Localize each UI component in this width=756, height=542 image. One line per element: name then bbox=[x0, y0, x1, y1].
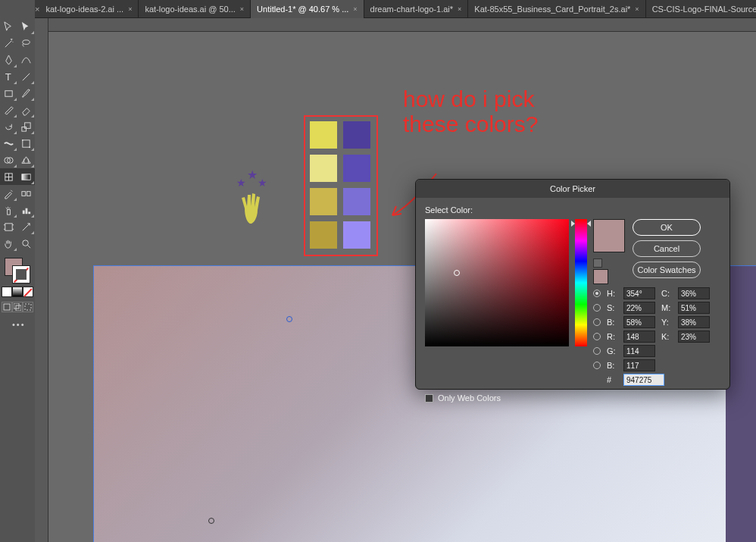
type-tool[interactable]: T bbox=[0, 68, 17, 85]
rotate-tool[interactable] bbox=[0, 118, 17, 135]
draw-behind[interactable] bbox=[12, 302, 23, 312]
close-icon[interactable]: × bbox=[458, 5, 461, 13]
document-tab-active[interactable]: Untitled-1* @ 40.67 % ...× bbox=[251, 0, 364, 18]
sv-cursor[interactable] bbox=[454, 270, 460, 276]
input-bblue[interactable] bbox=[623, 359, 655, 371]
shape-builder-tool[interactable] bbox=[0, 152, 17, 168]
input-r[interactable] bbox=[623, 331, 655, 343]
eyedropper-tool[interactable] bbox=[0, 185, 17, 202]
radio-r[interactable] bbox=[593, 333, 601, 340]
color-picker-dialog: Color Picker Select Color: bbox=[415, 179, 730, 390]
dialog-titlebar[interactable]: Color Picker bbox=[416, 180, 729, 198]
direct-selection-tool[interactable] bbox=[17, 18, 35, 35]
color-mode-solid[interactable] bbox=[2, 287, 12, 297]
svg-line-21 bbox=[27, 245, 30, 248]
lasso-tool[interactable] bbox=[17, 35, 35, 52]
input-g[interactable] bbox=[623, 345, 655, 357]
input-y[interactable] bbox=[678, 316, 710, 328]
hsb-rgb-inputs: H: S: B: R: G: B: # bbox=[593, 287, 657, 386]
only-web-colors-label: Only Web Colors bbox=[438, 393, 501, 403]
gradient-rectangle-right bbox=[726, 266, 756, 542]
fill-stroke-indicator[interactable] bbox=[5, 258, 30, 284]
close-icon[interactable]: × bbox=[353, 5, 357, 13]
radio-g[interactable] bbox=[593, 347, 601, 355]
svg-rect-12 bbox=[22, 174, 30, 180]
gradient-stop[interactable] bbox=[208, 518, 214, 524]
svg-rect-14 bbox=[27, 191, 30, 196]
artboard-tool[interactable] bbox=[0, 218, 17, 235]
input-c[interactable] bbox=[678, 287, 710, 299]
cancel-button[interactable]: Cancel bbox=[633, 240, 701, 257]
slice-tool[interactable] bbox=[17, 218, 35, 235]
free-transform-tool[interactable] bbox=[17, 135, 35, 152]
input-hex[interactable] bbox=[623, 374, 664, 386]
svg-rect-16 bbox=[23, 210, 25, 214]
document-tab[interactable]: CS-CIS-Logo-FINAL-Source-File [Converted… bbox=[646, 0, 756, 18]
document-tab[interactable]: dream-chart-logo-1.ai*× bbox=[364, 0, 469, 18]
input-k[interactable] bbox=[678, 331, 710, 343]
color-mode-gradient[interactable] bbox=[12, 287, 23, 297]
close-icon[interactable]: × bbox=[240, 5, 244, 13]
svg-rect-22 bbox=[4, 304, 10, 310]
only-web-colors-checkbox[interactable] bbox=[425, 394, 433, 403]
stroke-color-box[interactable] bbox=[12, 265, 30, 284]
hand-tool[interactable] bbox=[0, 235, 17, 252]
scale-tool[interactable] bbox=[17, 118, 35, 135]
pen-tool[interactable] bbox=[0, 52, 17, 68]
hue-slider[interactable] bbox=[575, 219, 587, 346]
paintbrush-tool[interactable] bbox=[17, 85, 35, 102]
saturation-value-field[interactable] bbox=[425, 219, 569, 346]
column-graph-tool[interactable] bbox=[17, 202, 35, 218]
shaper-tool[interactable] bbox=[0, 102, 17, 118]
perspective-grid-tool[interactable] bbox=[17, 152, 35, 168]
input-h[interactable] bbox=[623, 287, 655, 299]
ruler-vertical bbox=[35, 18, 48, 542]
line-segment-tool[interactable] bbox=[17, 68, 35, 85]
close-icon[interactable]: × bbox=[128, 5, 132, 13]
rectangle-tool[interactable] bbox=[0, 85, 17, 102]
selection-tool[interactable] bbox=[0, 18, 17, 35]
close-icon[interactable]: × bbox=[635, 5, 639, 13]
radio-bblue[interactable] bbox=[593, 362, 601, 369]
swatch bbox=[343, 155, 370, 182]
swatch bbox=[343, 188, 370, 215]
curvature-tool[interactable] bbox=[17, 52, 35, 68]
gradient-tool[interactable] bbox=[17, 168, 35, 185]
input-m[interactable] bbox=[678, 302, 710, 314]
input-s[interactable] bbox=[623, 302, 655, 314]
radio-s[interactable] bbox=[593, 304, 601, 312]
document-tab-bar: × kat-logo-ideas-2.ai ...× kat-logo-idea… bbox=[35, 0, 756, 18]
svg-point-7 bbox=[22, 139, 23, 140]
eraser-tool[interactable] bbox=[17, 102, 35, 118]
svg-rect-17 bbox=[26, 208, 28, 214]
symbol-sprayer-tool[interactable] bbox=[0, 202, 17, 218]
gradient-stop[interactable] bbox=[286, 316, 292, 322]
color-swatches-button[interactable]: Color Swatches bbox=[633, 262, 701, 278]
mesh-tool[interactable] bbox=[0, 168, 17, 185]
color-preview-current[interactable] bbox=[593, 269, 608, 284]
draw-normal[interactable] bbox=[2, 302, 12, 312]
svg-text:T: T bbox=[5, 71, 11, 83]
document-tab[interactable]: kat-logo-ideas.ai @ 50...× bbox=[139, 0, 251, 18]
radio-h[interactable] bbox=[593, 290, 601, 297]
magic-wand-tool[interactable] bbox=[0, 35, 17, 52]
document-tab[interactable]: kat-logo-ideas-2.ai ...× bbox=[39, 0, 139, 18]
input-bval[interactable] bbox=[623, 316, 655, 328]
radio-b[interactable] bbox=[593, 318, 601, 326]
draw-inside[interactable] bbox=[23, 302, 33, 312]
edit-toolbar-icon[interactable]: ••• bbox=[12, 320, 35, 329]
out-of-gamut-icon[interactable] bbox=[593, 258, 602, 268]
svg-point-20 bbox=[23, 240, 29, 246]
width-tool[interactable] bbox=[0, 135, 17, 152]
svg-rect-3 bbox=[5, 90, 12, 96]
color-mode-none[interactable] bbox=[23, 287, 33, 297]
hand-icon bbox=[237, 186, 267, 231]
toolbar: T ••• bbox=[0, 18, 35, 542]
blend-tool[interactable] bbox=[17, 185, 35, 202]
swatch bbox=[310, 155, 337, 182]
zoom-tool[interactable] bbox=[17, 235, 35, 252]
swatch bbox=[310, 121, 337, 149]
cmyk-inputs: C: M: Y: K: bbox=[661, 287, 711, 343]
ok-button[interactable]: OK bbox=[633, 219, 701, 236]
document-tab[interactable]: Kat-85x55_Business_Card_Portrait_2s.ai*× bbox=[468, 0, 645, 18]
